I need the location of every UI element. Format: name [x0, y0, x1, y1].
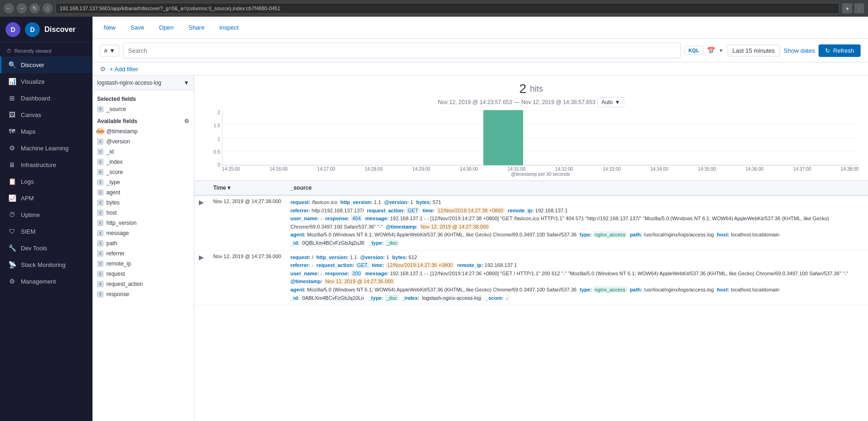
field-value: _doc: [385, 295, 399, 301]
x-label-11: 14:36:00: [745, 167, 763, 172]
field-key: type:: [580, 232, 593, 237]
field-value: nginx_access: [593, 286, 627, 293]
expand-cell[interactable]: ▶: [194, 250, 209, 305]
menu-button[interactable]: ⋮: [854, 3, 864, 13]
field-item-bytes[interactable]: t bytes: [92, 198, 194, 208]
field-key: request:: [290, 199, 312, 205]
field-key: bytes:: [392, 254, 408, 260]
discover-icon: 🔍: [8, 61, 16, 68]
results-table-area[interactable]: Time ▾ _source ▶ Nov 12, 2019 @ 14:27:38…: [194, 181, 868, 421]
field-item-http_version[interactable]: t http_version: [92, 218, 194, 228]
field-name-message: message: [106, 230, 189, 236]
field-value: Nov 12, 2019 @ 14:27:36.000: [324, 278, 394, 285]
sidebar-item-stackmonitoring[interactable]: 📡 Stack Monitoring: [0, 256, 92, 273]
field-item-remote_ip[interactable]: t remote_ip: [92, 259, 194, 269]
field-type-badge: ?: [97, 106, 104, 112]
url-bar[interactable]: 192.168.137.137:5601/app/kibana#/discove…: [55, 3, 839, 14]
ml-icon: ⚙: [8, 144, 16, 152]
sidebar-item-devtools[interactable]: 🔧 Dev Tools: [0, 240, 92, 256]
sidebar-item-apm[interactable]: 📈 APM: [0, 190, 92, 206]
field-item-_id[interactable]: t _id: [92, 147, 194, 157]
field-item-source[interactable]: ? _source: [92, 104, 194, 114]
field-item-_type[interactable]: t _type: [92, 177, 194, 187]
field-key: message:: [365, 216, 390, 221]
field-item-at-version[interactable]: t @version: [92, 136, 194, 147]
x-label-6: 14:31:00: [508, 167, 526, 172]
add-filter-button[interactable]: + Add filter: [110, 66, 138, 73]
back-button[interactable]: ←: [4, 3, 14, 13]
open-button[interactable]: Open: [155, 22, 178, 33]
sidebar-item-logs[interactable]: 📋 Logs: [0, 173, 92, 190]
histogram-auto-selector[interactable]: Auto ▼: [597, 97, 625, 107]
search-input[interactable]: [128, 47, 676, 54]
sidebar-item-uptime[interactable]: ⏱ Uptime: [0, 206, 92, 223]
share-button[interactable]: Share: [185, 22, 208, 33]
field-item-host[interactable]: t host: [92, 208, 194, 218]
field-value: 192.168.137.1: [535, 208, 567, 213]
sidebar-item-visualize[interactable]: 📊 Visualize: [0, 73, 92, 90]
field-item-request[interactable]: t request: [92, 269, 194, 279]
field-key: path:: [630, 232, 644, 237]
y-label-0-5: 0.5: [214, 149, 220, 155]
app-layout: D D Discover ⏱ Recently viewed 🔍 Discove…: [0, 17, 868, 421]
maps-icon: 🗺: [8, 128, 16, 135]
sidebar-item-discover[interactable]: 🔍 Discover: [0, 56, 92, 73]
logs-icon: 📋: [8, 178, 16, 185]
field-item-_index[interactable]: t _index: [92, 157, 194, 167]
refresh-browser-button[interactable]: ↻: [30, 3, 40, 13]
field-name-at-version: @version: [106, 138, 189, 145]
field-value: /usr/local/nginx/logs/access.log: [644, 287, 714, 292]
search-type-selector[interactable]: # ▼: [100, 45, 119, 56]
expand-cell[interactable]: ▶: [194, 195, 209, 250]
filter-gear-icon[interactable]: ⚙: [100, 65, 106, 73]
sidebar-item-management[interactable]: ⚙ Management: [0, 273, 92, 290]
sidebar-item-dashboard[interactable]: ⊞ Dashboard: [0, 90, 92, 106]
sidebar-item-siem[interactable]: 🛡 SIEM: [0, 223, 92, 240]
field-item-path[interactable]: t path: [92, 238, 194, 248]
refresh-button[interactable]: ↻ Refresh: [819, 44, 861, 57]
sidebar-item-ml[interactable]: ⚙ Machine Learning: [0, 140, 92, 156]
sidebar-label-stackmonitoring: Stack Monitoring: [21, 261, 66, 268]
field-value: -: [312, 262, 314, 268]
field-item-referrer[interactable]: t referrer: [92, 248, 194, 259]
inspect-button[interactable]: Inspect: [215, 22, 242, 33]
index-selector[interactable]: logstash-nginx-access-log ▼: [92, 76, 194, 90]
x-axis-labels: 14:25:00 14:26:00 14:27:00 14:28:00 14:2…: [222, 167, 859, 172]
save-button[interactable]: Save: [127, 22, 148, 33]
field-item-message[interactable]: t message: [92, 228, 194, 238]
field-key: host:: [717, 232, 731, 237]
field-name-_type: _type: [106, 179, 189, 186]
field-item-_score[interactable]: # _score: [92, 167, 194, 177]
field-type-badge: t: [97, 240, 104, 247]
field-key: user_name:: [290, 271, 320, 276]
field-item-response[interactable]: t response: [92, 289, 194, 299]
field-key: _index:: [401, 295, 421, 301]
field-type-badge: #: [97, 169, 104, 175]
sidebar-item-maps[interactable]: 🗺 Maps: [0, 123, 92, 140]
field-type-badge: t: [97, 230, 104, 236]
sidebar-item-canvas[interactable]: 🖼 Canvas: [0, 106, 92, 123]
field-type-badge: t: [97, 138, 104, 145]
home-button[interactable]: ⌂: [43, 3, 53, 13]
expand-col-header: [194, 181, 209, 195]
time-picker[interactable]: Last 15 minutes: [727, 45, 780, 56]
kql-badge[interactable]: KQL: [684, 46, 703, 55]
new-button[interactable]: New: [100, 22, 119, 33]
visualize-icon: 📊: [8, 78, 16, 85]
field-key: agent:: [290, 232, 307, 237]
field-item-agent[interactable]: t agent: [92, 187, 194, 198]
x-axis-title: @timestamp per 30 seconds: [222, 172, 859, 177]
forward-button[interactable]: →: [17, 3, 27, 13]
field-value: 1.1: [350, 254, 357, 260]
field-item-at-timestamp[interactable]: date @timestamp: [92, 126, 194, 136]
show-dates-button[interactable]: Show dates: [784, 47, 815, 54]
field-value: 200: [351, 270, 362, 277]
star-button[interactable]: ★: [842, 3, 852, 13]
time-col-header[interactable]: Time ▾: [209, 181, 286, 195]
infrastructure-icon: 🖥: [8, 161, 16, 168]
sidebar-item-infrastructure[interactable]: 🖥 Infrastructure: [0, 156, 92, 173]
sidebar-nav: 🔍 Discover 📊 Visualize ⊞ Dashboard 🖼 Can…: [0, 56, 92, 421]
available-fields-gear[interactable]: ⚙: [184, 118, 189, 124]
auto-label: Auto: [602, 99, 613, 105]
field-item-request_action[interactable]: t request_action: [92, 279, 194, 289]
